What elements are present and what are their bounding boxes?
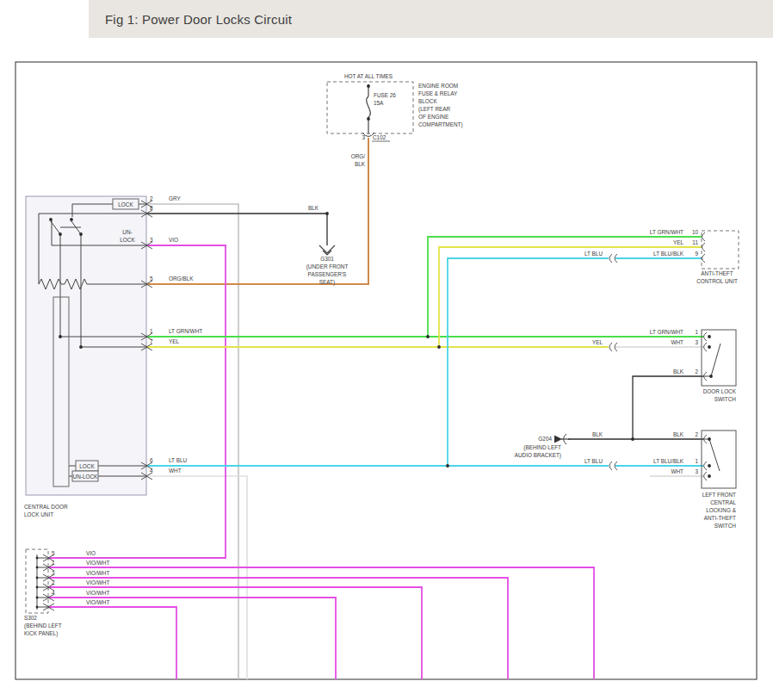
diagram-label: 1 <box>695 458 698 464</box>
diagram-label: G301 <box>320 256 334 262</box>
junction-dot <box>708 335 711 338</box>
figure-title-bar: Fig 1: Power Door Locks Circuit <box>89 0 773 38</box>
diagram-label: YEL <box>169 338 180 344</box>
junction-dot <box>708 345 711 349</box>
diagram-label: 8 <box>150 205 153 211</box>
diagram-label: 3 <box>52 570 55 576</box>
diagram-label: BLK <box>592 431 603 437</box>
diagram-label: BLK <box>673 431 684 437</box>
diagram-label: FUSE & RELAY <box>418 90 458 96</box>
junction-dot <box>367 117 370 121</box>
junction-dot <box>325 212 329 215</box>
diagram-label: LOCK <box>79 463 95 469</box>
diagram-label: SWITCH <box>714 523 737 529</box>
diagram-label: LOCK <box>120 237 135 243</box>
diagram-label: BLOCK <box>418 98 437 104</box>
junction-dot <box>59 232 62 236</box>
diagram-label: LT BLU/BLK <box>653 458 684 464</box>
diagram-label: VIO/WHT <box>86 599 109 605</box>
diagram-label: ENGINE ROOM <box>418 83 458 89</box>
diagram-label: LT GRN/WHT <box>650 329 683 335</box>
junction-dot <box>36 567 39 569</box>
diagram-label: GRY <box>169 195 181 201</box>
diagram-label: 1 <box>52 560 55 566</box>
junction-dot <box>446 464 449 468</box>
diagram-label: S302 <box>24 615 37 621</box>
diagram-label: 15A <box>374 100 384 106</box>
diagram-label: VIO <box>86 550 96 556</box>
diagram-label: UN- <box>122 229 132 235</box>
diagram-label: DOOR LOCK <box>703 388 737 394</box>
diagram-label: SWITCH <box>714 396 737 402</box>
junction-dot <box>631 437 634 441</box>
diagram-label: OF ENGINE <box>418 114 448 120</box>
diagram-label: 2 <box>150 195 153 201</box>
diagram-label: VIO/WHT <box>86 560 109 566</box>
diagram-label: 4 <box>52 590 55 596</box>
diagram-label: (BEHIND LEFT <box>24 623 62 629</box>
diagram-label: VIO/WHT <box>86 590 109 596</box>
diagram-label: 3 <box>150 237 153 243</box>
diagram-label: ANTI-THEFT <box>704 515 736 521</box>
figure-title: Fig 1: Power Door Locks Circuit <box>105 12 292 27</box>
diagram-svg: HOT AT ALL TIMESFUSE 2615AENGINE ROOMFUS… <box>0 0 773 700</box>
diagram-label: LOCKING & <box>706 507 737 513</box>
diagram-label: G204 <box>538 436 552 442</box>
diagram-label: CONTROL UNIT <box>696 278 738 284</box>
diagram-label: 3 <box>695 339 698 345</box>
junction-dot <box>70 218 73 221</box>
diagram-label: LEFT FRONT <box>702 492 736 498</box>
diagram-label: SEAT) <box>319 279 335 286</box>
diagram-label: 1 <box>695 329 698 335</box>
diagram-label: 2 <box>695 431 698 437</box>
junction-dot <box>49 218 53 221</box>
diagram-label: 3 <box>695 468 698 474</box>
diagram-label: 9 <box>695 251 698 257</box>
junction-dot <box>36 577 39 579</box>
diagram-label: VIO <box>169 237 178 243</box>
diagram-label: CENTRAL DOOR <box>24 504 68 510</box>
diagram-label: 1 <box>150 328 153 334</box>
diagram-label: KICK PANEL) <box>24 630 58 637</box>
junction-dot <box>36 557 39 560</box>
diagram-label: (BEHIND LEFT <box>523 444 561 451</box>
junction-dot <box>709 375 713 378</box>
diagram-label: PASSENGER'S <box>308 271 347 277</box>
diagram-label: CENTRAL <box>710 499 736 505</box>
diagram-label: WHT <box>169 468 182 474</box>
diagram-label: ANTI-THEFT <box>701 270 733 276</box>
diagram-label: LT BLU <box>169 457 187 463</box>
diagram-label: LOCK <box>118 201 133 208</box>
diagram-label: 4 <box>150 468 153 474</box>
junction-dot <box>36 597 39 599</box>
junction-dot <box>708 474 711 478</box>
diagram-label: LT BLU <box>584 458 603 464</box>
diagram-label: LT GRN/WHT <box>169 328 202 334</box>
junction-dot <box>36 586 39 589</box>
diagram-label: (UNDER FRONT <box>306 263 349 270</box>
junction-dot <box>79 232 83 236</box>
diagram-label: 2 <box>52 579 55 585</box>
diagram-label: 11 <box>692 239 698 245</box>
diagram-label: BLK <box>355 161 366 167</box>
junction-dot <box>367 84 370 88</box>
junction-dot <box>708 464 711 468</box>
junction-dot <box>437 345 441 349</box>
diagram-label: VIO/WHT <box>86 579 109 585</box>
diagram-label: 6 <box>150 457 153 463</box>
diagram-label: 7 <box>150 338 153 344</box>
diagram-label: 2 <box>695 369 698 375</box>
diagram-label: YEL <box>592 339 603 345</box>
diagram-label: COMPARTMENT) <box>418 121 463 128</box>
diagram-label: AUDIO BRACKET) <box>515 452 561 459</box>
junction-dot <box>59 335 62 338</box>
diagram-label: HOT AT ALL TIMES <box>344 73 393 79</box>
diagram-label: FUSE 26 <box>374 92 396 98</box>
diagram-label: LT BLU/BLK <box>653 251 684 257</box>
diagram-label: YEL <box>673 239 684 245</box>
diagram-label: BLK <box>308 205 319 211</box>
diagram-label: LT BLU <box>584 251 603 257</box>
diagram-label: 5 <box>150 276 153 282</box>
junction-dot <box>708 437 711 441</box>
junction-dot <box>426 335 430 338</box>
